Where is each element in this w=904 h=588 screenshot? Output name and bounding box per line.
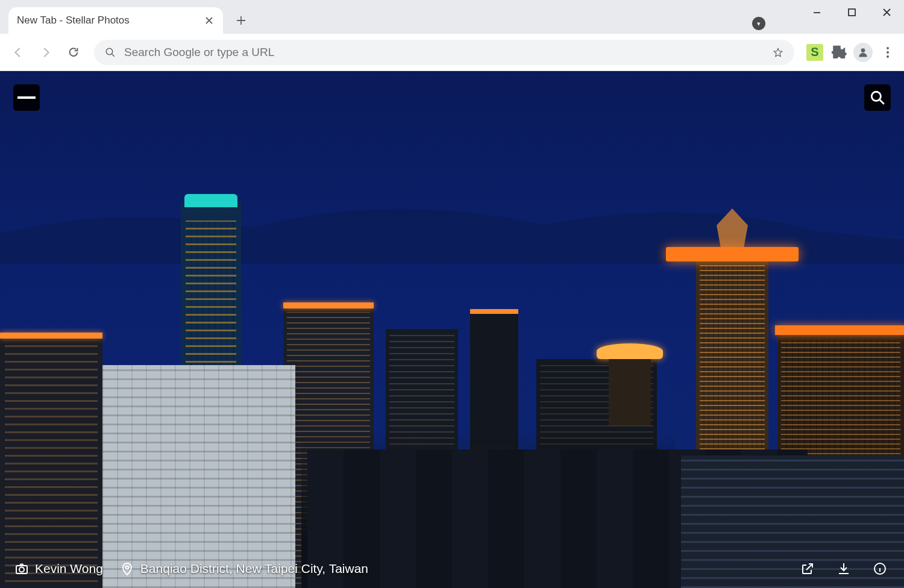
- photo-author: Kevin Wong: [35, 561, 103, 576]
- menu-button[interactable]: [13, 84, 40, 111]
- svg-point-2: [861, 48, 865, 52]
- shield-badge[interactable]: ▾: [752, 17, 765, 30]
- skyline: [0, 71, 904, 588]
- new-tab-button[interactable]: [229, 8, 253, 33]
- info-button[interactable]: [870, 559, 890, 578]
- arrow-right-icon: [39, 46, 52, 59]
- nav-back-button[interactable]: [7, 42, 29, 63]
- extension-s-button[interactable]: S: [806, 44, 823, 61]
- profile-button[interactable]: [853, 43, 873, 62]
- window-close-button[interactable]: [869, 0, 904, 24]
- search-icon: [870, 90, 885, 105]
- photo-location: Banqiao District, New Taipei City, Taiwa…: [140, 561, 368, 576]
- toolbar: S: [0, 34, 904, 71]
- window-minimize-button[interactable]: [799, 0, 834, 24]
- titlebar: New Tab - Stellar Photos ▾: [0, 0, 904, 34]
- download-icon: [837, 561, 851, 576]
- plus-icon: [236, 15, 246, 26]
- svg-point-6: [125, 566, 128, 569]
- svg-point-5: [19, 568, 24, 572]
- tab-close-button[interactable]: [204, 15, 215, 26]
- tab-title: New Tab - Stellar Photos: [17, 14, 130, 27]
- open-external-button[interactable]: [798, 559, 817, 578]
- hamburger-icon: [17, 96, 36, 99]
- browser-menu-button[interactable]: [879, 43, 897, 61]
- svg-rect-0: [849, 9, 855, 16]
- photo-author-link[interactable]: Kevin Wong: [14, 561, 103, 576]
- info-icon: [873, 561, 887, 576]
- bookmark-star-button[interactable]: [773, 47, 783, 58]
- svg-point-1: [106, 48, 113, 55]
- close-icon: [205, 16, 213, 25]
- person-icon: [857, 46, 869, 58]
- browser-tab[interactable]: New Tab - Stellar Photos: [8, 7, 223, 34]
- puzzle-icon: [829, 43, 847, 61]
- reload-icon: [67, 46, 80, 59]
- search-button[interactable]: [864, 84, 891, 111]
- search-icon: [105, 47, 116, 58]
- building: [597, 343, 663, 359]
- nav-reload-button[interactable]: [63, 42, 84, 63]
- page-content: Kevin Wong Banqiao District, New Taipei …: [0, 71, 904, 588]
- download-button[interactable]: [834, 559, 853, 578]
- camera-icon: [14, 561, 29, 576]
- photo-location-link[interactable]: Banqiao District, New Taipei City, Taiwa…: [120, 561, 368, 576]
- omnibox[interactable]: [94, 40, 794, 65]
- svg-point-3: [871, 92, 880, 101]
- omnibox-input[interactable]: [124, 46, 764, 59]
- external-link-icon: [800, 561, 815, 576]
- extensions-button[interactable]: [829, 43, 847, 61]
- photo-info-bar: Kevin Wong Banqiao District, New Taipei …: [0, 549, 904, 588]
- window-maximize-button[interactable]: [834, 0, 869, 24]
- location-pin-icon: [120, 561, 134, 576]
- nav-forward-button[interactable]: [35, 42, 57, 63]
- arrow-left-icon: [11, 46, 25, 59]
- window-controls: [799, 0, 904, 24]
- shield-icon: ▾: [757, 20, 761, 28]
